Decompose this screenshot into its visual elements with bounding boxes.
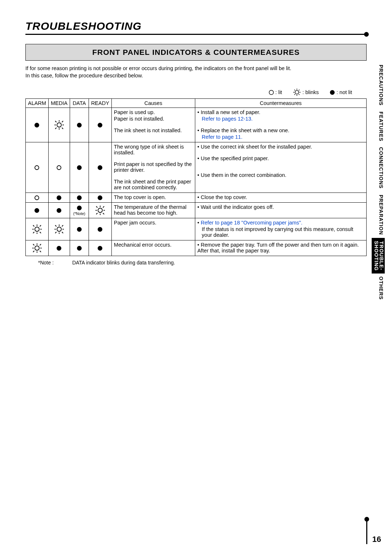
col-ready: READY (89, 99, 111, 108)
counter-cell: • Use the correct ink sheet for the inst… (195, 142, 366, 193)
svg-line-58 (62, 232, 63, 234)
counter-text: • Refer to page 18 "Overcoming paper jam… (197, 220, 364, 226)
counter-cell: • Close the top cover. (195, 193, 366, 203)
data-indicator (70, 108, 89, 142)
page-number-block: 16 (366, 519, 381, 544)
counter-text: • Use the specified print paper. (197, 155, 364, 161)
svg-point-10 (330, 90, 335, 95)
svg-point-28 (57, 195, 61, 200)
tab-connections[interactable]: CONNECTIONS (372, 144, 385, 191)
data-indicator (70, 193, 89, 203)
media-indicator (48, 218, 70, 240)
cause-text: The temperature of the thermal head has … (114, 204, 193, 216)
counter-cell: • Wait until the indicator goes off. (195, 203, 366, 218)
svg-line-6 (294, 90, 295, 90)
tab-preparation[interactable]: PREPARATION (372, 192, 385, 238)
page-ref-link[interactable]: Refer to pages 12-13. (202, 116, 253, 122)
ready-indicator (89, 203, 111, 218)
cause-cell: Paper jam occurs. (111, 218, 195, 240)
table-row: The top cover is open.• Close the top co… (26, 193, 367, 203)
footnote: *Note : DATA indicator blinks during dat… (25, 260, 367, 266)
alarm-indicator (26, 240, 49, 256)
svg-point-74 (98, 246, 102, 251)
svg-line-42 (96, 213, 98, 215)
svg-point-29 (77, 195, 82, 200)
media-indicator (48, 240, 70, 256)
table-row: Mechanical error occurs.• Remove the pap… (26, 240, 367, 256)
svg-line-20 (55, 128, 57, 129)
page-ref-link[interactable]: Refer to page 18 "Overcoming paper jams"… (201, 220, 302, 226)
ready-indicator (89, 142, 111, 193)
tab-others[interactable]: OTHERS (372, 274, 385, 303)
table-row: Paper is used up.Paper is not installed.… (26, 108, 367, 142)
intro-line1: If for some reason printing is not possi… (25, 65, 291, 71)
tab-features[interactable]: FEATURES (372, 109, 385, 144)
svg-point-12 (57, 123, 61, 127)
data-note: (*Note) (72, 211, 86, 216)
table-row: The wrong type of ink sheet is installed… (26, 142, 367, 193)
ready-indicator (89, 218, 111, 240)
alarm-indicator (26, 193, 49, 203)
counter-text: • Remove the paper tray. Turn off the po… (197, 242, 364, 254)
page-number: 16 (372, 535, 381, 544)
ready-indicator (89, 108, 111, 142)
counter-text: Refer to page 11. (197, 134, 364, 140)
alarm-indicator (26, 142, 49, 193)
svg-line-60 (55, 232, 57, 234)
svg-line-69 (40, 251, 41, 252)
svg-line-49 (40, 232, 41, 234)
svg-point-31 (34, 208, 39, 213)
svg-point-72 (57, 246, 61, 251)
intro-text: If for some reason printing is not possi… (25, 65, 367, 79)
indicator-table: ALARM MEDIA DATA READY Causes Countermea… (25, 98, 367, 256)
data-indicator (70, 240, 89, 256)
footnote-label: *Note : (38, 260, 71, 266)
data-indicator: (*Note) (70, 203, 89, 218)
svg-line-70 (40, 244, 41, 246)
table-row: Paper jam occurs.• Refer to page 18 "Ove… (26, 218, 367, 240)
svg-point-22 (98, 123, 102, 127)
svg-point-11 (34, 123, 39, 127)
legend-lit: : lit (269, 89, 282, 95)
footnote-text: DATA indicator blinks during data transf… (72, 260, 175, 266)
counter-text: • Install a new set of paper. (197, 109, 364, 115)
counter-cell: • Remove the paper tray. Turn off the po… (195, 240, 366, 256)
table-row: (*Note)The temperature of the thermal he… (26, 203, 367, 218)
legend-not-lit-label: : not lit (336, 89, 352, 95)
cause-cell: The wrong type of ink sheet is installed… (111, 142, 195, 193)
cause-text: The wrong type of ink sheet is installed… (114, 144, 193, 155)
cause-text: Paper is not installed. (114, 116, 193, 122)
counter-text: • Replace the ink sheet with a new one. (197, 127, 364, 133)
cause-text: Mechanical error occurs. (114, 242, 193, 248)
tab-troubleshooting[interactable]: TROUBLE-SHOOTING (372, 238, 385, 274)
intro-line2: In this case, follow the procedure descr… (25, 73, 143, 78)
cause-cell: The top cover is open. (111, 193, 195, 203)
svg-line-51 (33, 232, 34, 234)
blinks-icon (293, 88, 301, 96)
counter-text: • Wait until the indicator goes off. (197, 204, 364, 210)
page-ref-link[interactable]: Refer to page 11. (202, 134, 242, 140)
counter-text: • Use the correct ink sheet for the inst… (197, 144, 364, 150)
svg-point-0 (269, 90, 273, 94)
tab-precautions[interactable]: PRECAUTIONS (372, 62, 385, 109)
svg-point-30 (98, 195, 102, 200)
counter-text: • Use them in the correct combination. (197, 172, 364, 178)
col-counter: Countermeasures (195, 99, 366, 108)
col-alarm: ALARM (26, 99, 49, 108)
svg-point-33 (77, 206, 82, 210)
svg-point-61 (77, 227, 82, 232)
alarm-indicator (26, 108, 49, 142)
alarm-indicator (26, 203, 49, 218)
svg-point-63 (35, 246, 39, 250)
svg-line-18 (62, 128, 63, 129)
cause-text: The ink sheet is not installed. (114, 127, 193, 133)
ready-indicator (89, 193, 111, 203)
svg-point-21 (77, 123, 82, 127)
svg-line-40 (103, 213, 104, 215)
svg-point-43 (35, 227, 39, 231)
page-title: TROUBLESHOOTING (25, 20, 367, 32)
svg-line-59 (62, 225, 63, 227)
lit-icon (269, 90, 274, 95)
cause-text: The ink sheet and the print paper are no… (114, 179, 193, 190)
title-rule (25, 34, 367, 35)
